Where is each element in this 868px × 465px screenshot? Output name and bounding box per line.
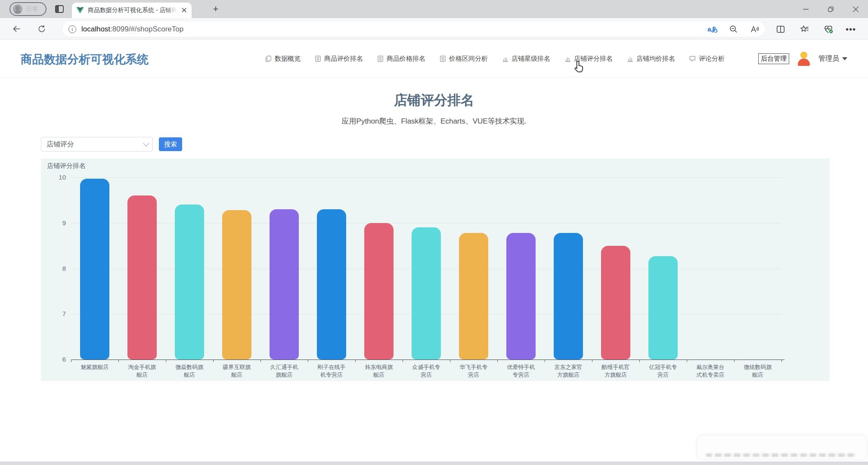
y-axis-tick-label: 9	[49, 219, 66, 226]
window-bottom-edge	[0, 462, 868, 465]
browser-window: 访客 商品数据分析可视化系统 - 店铺评 ✕ +	[0, 0, 868, 465]
site-info-icon[interactable]: i	[68, 25, 76, 33]
chart-bar	[317, 209, 346, 360]
chevron-down-icon	[143, 140, 149, 146]
x-axis-tick	[71, 360, 71, 362]
chart-bar	[222, 210, 251, 360]
nav-item-shop-avg-price-rank[interactable]: 店铺均价排名	[626, 55, 675, 63]
x-axis-category-label: 华飞手机专营店	[450, 363, 497, 379]
y-axis-tick-label: 10	[49, 174, 66, 181]
chart-bar	[554, 233, 583, 360]
refresh-button[interactable]	[34, 22, 49, 36]
x-axis-tick	[497, 360, 498, 362]
chart-bar	[459, 233, 488, 360]
browser-menu-icon[interactable]: •••	[843, 22, 859, 37]
bar-chart: 678910魅紫旗舰店淘金手机旗舰店微焱数码旗舰店疆界互联旗舰店久汇通手机旗舰店…	[71, 177, 781, 360]
window-close-button[interactable]	[843, 0, 868, 18]
x-axis-category-label: 众盛手机专营店	[403, 363, 450, 379]
x-axis-tick	[545, 360, 545, 362]
x-axis-category-label: 淘金手机旗舰店	[118, 363, 166, 379]
x-axis-tick	[450, 360, 450, 362]
chart-bar	[601, 246, 630, 360]
address-bar[interactable]: i localhost:8099/#/shopScoreTop aあ	[62, 22, 765, 37]
window-restore-button[interactable]	[818, 0, 843, 18]
zoom-out-icon[interactable]	[729, 25, 738, 34]
x-axis-category-label: 京东之家官方旗舰店	[545, 363, 592, 379]
x-axis-tick	[639, 360, 640, 362]
x-axis-line	[71, 360, 784, 360]
nav-item-product-price-rank[interactable]: 商品价格排名	[377, 55, 425, 63]
chevron-down-icon	[842, 57, 847, 60]
x-axis-tick	[260, 360, 261, 362]
x-axis-category-label: 久汇通手机旗舰店	[260, 363, 308, 379]
split-screen-icon[interactable]	[773, 22, 788, 37]
x-axis-tick	[687, 360, 687, 362]
bar-chart-icon	[564, 55, 571, 62]
browser-tab-strip: 访客 商品数据分析可视化系统 - 店铺评 ✕ +	[0, 0, 868, 18]
x-axis-category-label: 疆界互联旗舰店	[213, 363, 260, 379]
x-axis-category-label: 酷维手机官方旗舰店	[592, 363, 639, 379]
pages-icon	[265, 55, 272, 62]
read-aloud-icon[interactable]	[750, 25, 759, 34]
admin-panel-button[interactable]: 后台管理	[758, 53, 789, 64]
x-axis-tick	[781, 360, 782, 362]
browser-toolbar: i localhost:8099/#/shopScoreTop aあ •••	[0, 18, 868, 40]
page-title: 店铺评分排名	[0, 91, 868, 109]
query-controls: 店铺评分 搜索	[41, 137, 182, 152]
user-avatar-icon[interactable]	[796, 51, 812, 66]
brand-title: 商品数据分析可视化系统	[21, 52, 149, 67]
user-menu[interactable]: 管理员	[818, 54, 847, 63]
tab-title: 商品数据分析可视化系统 - 店铺评	[88, 6, 177, 14]
tab-actions-button[interactable]	[54, 4, 65, 14]
x-axis-category-label: 优爱特手机专营店	[497, 363, 545, 379]
chart-bar	[412, 227, 441, 360]
x-axis-tick	[734, 360, 735, 362]
x-axis-category-label: 戴尔奥莱台式机专卖店	[687, 363, 734, 379]
nav-item-shop-star-rank[interactable]: 店铺星级排名	[502, 55, 550, 63]
y-axis-tick-label: 6	[49, 356, 66, 363]
x-axis-category-label: 微炫数码旗舰店	[734, 363, 781, 379]
chart-bar	[80, 179, 109, 360]
browser-essentials-icon[interactable]	[821, 22, 836, 37]
app-header: 商品数据分析可视化系统 数据概览 商品评价排名 商品价格排名 价格区间分析 店铺…	[0, 40, 868, 78]
new-tab-button[interactable]: +	[210, 3, 221, 15]
y-axis-tick-label: 7	[49, 310, 66, 317]
metric-select[interactable]: 店铺评分	[41, 137, 153, 152]
translate-icon[interactable]: aあ	[707, 25, 718, 34]
window-controls	[793, 0, 868, 18]
chart-bar	[270, 209, 299, 360]
back-button[interactable]	[9, 22, 24, 36]
tab-close-icon[interactable]: ✕	[181, 6, 187, 14]
x-axis-category-label: 刚子在线手机专营店	[308, 363, 355, 379]
x-axis-tick	[308, 360, 308, 362]
nav-item-price-range-analysis[interactable]: 价格区间分析	[439, 55, 488, 63]
chart-bar	[364, 223, 394, 360]
admin-zone: 后台管理 管理员	[758, 40, 847, 78]
x-axis-tick	[403, 360, 403, 362]
search-button[interactable]: 搜索	[159, 137, 182, 151]
profile-avatar-icon	[13, 4, 22, 14]
y-axis-tick-label: 8	[49, 265, 66, 272]
profile-label: 访客	[26, 5, 39, 13]
comment-icon	[689, 55, 696, 62]
chart-card: 店铺评分排名 678910魅紫旗舰店淘金手机旗舰店微焱数码旗舰店疆界互联旗舰店久…	[41, 158, 830, 381]
bar-chart-icon	[626, 55, 634, 62]
window-minimize-button[interactable]	[793, 0, 818, 18]
x-axis-tick	[166, 360, 166, 362]
nav-item-product-review-rank[interactable]: 商品评价排名	[314, 55, 363, 63]
favorites-icon[interactable]	[797, 22, 812, 37]
list-icon	[377, 55, 384, 62]
bar-chart-icon	[502, 55, 509, 62]
browser-profile-button[interactable]: 访客	[9, 2, 46, 16]
nav-item-data-overview[interactable]: 数据概览	[265, 55, 301, 63]
vue-logo-icon	[76, 7, 84, 14]
x-axis-category-label: 魅紫旗舰店	[71, 363, 118, 371]
active-tab[interactable]: 商品数据分析可视化系统 - 店铺评 ✕	[72, 3, 192, 18]
chart-bar	[175, 205, 204, 360]
gridline	[71, 177, 781, 178]
url-text: localhost:8099/#/shopScoreTop	[81, 25, 183, 34]
watermark-text-smudge	[706, 453, 856, 457]
nav-item-comment-analysis[interactable]: 评论分析	[689, 55, 725, 63]
nav-item-shop-score-rank[interactable]: 店铺评分排名	[564, 55, 613, 63]
x-axis-category-label: 微焱数码旗舰店	[166, 363, 213, 379]
